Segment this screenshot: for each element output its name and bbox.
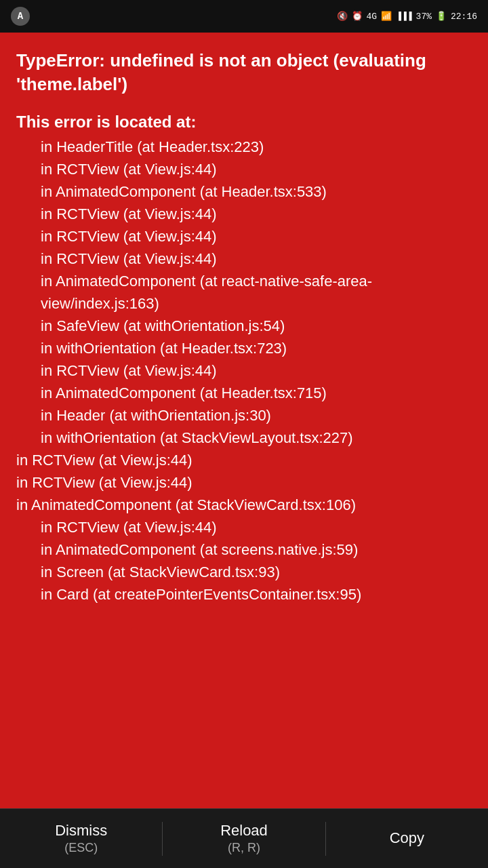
stack-trace-line: in RCTView (at View.js:44) [16, 158, 472, 180]
stack-trace: in HeaderTitle (at Header.tsx:223)in RCT… [16, 136, 472, 606]
stack-trace-line: in Card (at createPointerEventsContainer… [16, 583, 472, 606]
reload-label: Reload [220, 822, 268, 840]
stack-trace-line: in Screen (at StackViewCard.tsx:93) [16, 561, 472, 583]
stack-trace-line: in AnimatedComponent (at StackViewCard.t… [16, 494, 472, 516]
signal-icon: ▐▐▐ [396, 12, 411, 22]
error-location-label: This error is located at: [16, 113, 472, 132]
copy-button[interactable]: Copy [326, 809, 488, 868]
stack-trace-line: in RCTView (at View.js:44) [16, 449, 472, 471]
stack-trace-line: in RCTView (at View.js:44) [16, 471, 472, 494]
stack-trace-line: in HeaderTitle (at Header.tsx:223) [16, 136, 472, 158]
battery-level: 37% [416, 12, 432, 22]
copy-label: Copy [390, 829, 424, 847]
stack-trace-line: in RCTView (at View.js:44) [16, 248, 472, 270]
error-body: TypeError: undefined is not an object (e… [0, 33, 488, 808]
bottom-bar: Dismiss (ESC) Reload (R, R) Copy [0, 808, 488, 868]
dismiss-sub: (ESC) [64, 841, 98, 855]
stack-trace-line: in AnimatedComponent (at Header.tsx:533) [16, 180, 472, 203]
status-left: A [11, 7, 30, 26]
dismiss-label: Dismiss [55, 822, 107, 840]
wifi-icon: 📶 [381, 11, 392, 22]
reload-button[interactable]: Reload (R, R) [163, 809, 325, 868]
stack-trace-line: in AnimatedComponent (at screens.native.… [16, 538, 472, 561]
stack-trace-line: in withOrientation (at Header.tsx:723) [16, 337, 472, 359]
battery-icon: 🔋 [436, 11, 447, 22]
dismiss-button[interactable]: Dismiss (ESC) [0, 809, 162, 868]
alarm-icon: ⏰ [352, 11, 363, 22]
stack-trace-line: in RCTView (at View.js:44) [16, 359, 472, 382]
status-bar: A 🔇 ⏰ 4G 📶 ▐▐▐ 37% 🔋 22:16 [0, 0, 488, 33]
mute-icon: 🔇 [337, 11, 348, 22]
status-right: 🔇 ⏰ 4G 📶 ▐▐▐ 37% 🔋 22:16 [337, 11, 477, 22]
stack-trace-line: in SafeView (at withOrientation.js:54) [16, 315, 472, 337]
stack-trace-line: in RCTView (at View.js:44) [16, 203, 472, 225]
stack-trace-line: in AnimatedComponent (at Header.tsx:715) [16, 382, 472, 404]
stack-trace-line: in RCTView (at View.js:44) [16, 516, 472, 538]
stack-trace-line: in AnimatedComponent (at react-native-sa… [16, 270, 472, 315]
reload-sub: (R, R) [228, 841, 260, 855]
clock: 22:16 [451, 12, 477, 22]
stack-trace-line: in RCTView (at View.js:44) [16, 225, 472, 248]
brand-icon: A [11, 7, 30, 26]
network-icon: 4G [367, 12, 378, 22]
error-title: TypeError: undefined is not an object (e… [16, 49, 472, 96]
stack-trace-line: in withOrientation (at StackViewLayout.t… [16, 427, 472, 449]
stack-trace-line: in Header (at withOrientation.js:30) [16, 404, 472, 427]
